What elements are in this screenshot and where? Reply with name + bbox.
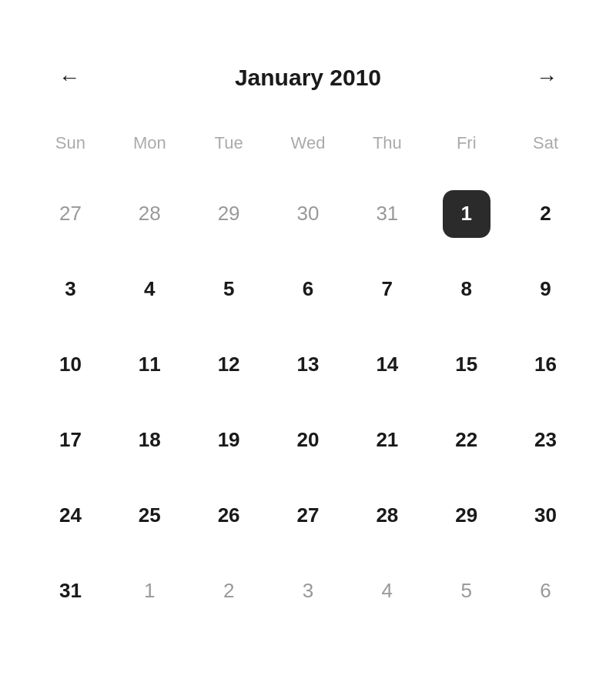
day-cell[interactable]: 12 bbox=[189, 327, 269, 403]
day-cell[interactable]: 17 bbox=[31, 403, 110, 478]
day-cell[interactable]: 27 bbox=[269, 478, 348, 554]
month-title: January 2010 bbox=[235, 65, 381, 91]
day-number: 9 bbox=[522, 266, 570, 313]
day-cell[interactable]: 13 bbox=[269, 327, 348, 403]
day-number: 10 bbox=[46, 341, 94, 389]
day-cell[interactable]: 31 bbox=[31, 554, 110, 629]
day-cell[interactable]: 3 bbox=[31, 252, 110, 327]
weekday-header: Thu bbox=[347, 125, 427, 176]
weekday-header: Fri bbox=[427, 125, 506, 176]
day-cell[interactable]: 31 bbox=[347, 176, 427, 252]
day-number: 12 bbox=[205, 341, 253, 389]
day-number: 31 bbox=[46, 567, 94, 615]
day-number: 4 bbox=[363, 567, 411, 615]
day-number: 15 bbox=[443, 341, 490, 389]
day-cell[interactable]: 24 bbox=[31, 478, 110, 554]
day-number: 11 bbox=[126, 341, 173, 389]
day-number: 28 bbox=[363, 492, 411, 540]
day-cell[interactable]: 9 bbox=[506, 252, 585, 327]
weekday-header: Mon bbox=[110, 125, 189, 176]
day-cell[interactable]: 6 bbox=[269, 252, 348, 327]
day-cell[interactable]: 7 bbox=[347, 252, 427, 327]
day-cell[interactable]: 21 bbox=[347, 403, 427, 478]
day-cell[interactable]: 22 bbox=[427, 403, 506, 478]
weekday-header: Sat bbox=[506, 125, 585, 176]
day-cell[interactable]: 26 bbox=[189, 478, 269, 554]
day-cell[interactable]: 30 bbox=[269, 176, 348, 252]
day-number: 6 bbox=[284, 266, 332, 313]
day-number: 3 bbox=[46, 266, 94, 313]
day-cell[interactable]: 27 bbox=[31, 176, 110, 252]
prev-month-button[interactable]: ← bbox=[46, 61, 92, 95]
day-number: 7 bbox=[363, 266, 411, 313]
day-cell[interactable]: 28 bbox=[110, 176, 189, 252]
day-number: 30 bbox=[522, 492, 570, 540]
day-number: 24 bbox=[46, 492, 94, 540]
day-number: 29 bbox=[443, 492, 490, 540]
day-cell[interactable]: 5 bbox=[427, 554, 506, 629]
day-cell[interactable]: 8 bbox=[427, 252, 506, 327]
day-cell[interactable]: 28 bbox=[347, 478, 427, 554]
day-number: 25 bbox=[126, 492, 173, 540]
day-number: 3 bbox=[284, 567, 332, 615]
day-number: 13 bbox=[284, 341, 332, 389]
day-number: 20 bbox=[284, 416, 332, 464]
calendar-grid: SunMonTueWedThuFriSat2728293031123456789… bbox=[31, 125, 585, 629]
day-number: 6 bbox=[522, 567, 570, 615]
day-number: 5 bbox=[205, 266, 253, 313]
day-cell[interactable]: 4 bbox=[347, 554, 427, 629]
day-cell[interactable]: 2 bbox=[189, 554, 269, 629]
day-number: 27 bbox=[284, 492, 332, 540]
day-cell[interactable]: 16 bbox=[506, 327, 585, 403]
day-number: 23 bbox=[522, 416, 570, 464]
calendar: ← January 2010 → SunMonTueWedThuFriSat27… bbox=[15, 38, 601, 652]
day-cell[interactable]: 30 bbox=[506, 478, 585, 554]
day-cell[interactable]: 10 bbox=[31, 327, 110, 403]
day-cell[interactable]: 15 bbox=[427, 327, 506, 403]
day-cell[interactable]: 23 bbox=[506, 403, 585, 478]
day-number: 28 bbox=[126, 190, 173, 238]
day-cell[interactable]: 5 bbox=[189, 252, 269, 327]
weekday-header: Sun bbox=[31, 125, 110, 176]
day-cell[interactable]: 25 bbox=[110, 478, 189, 554]
day-number: 31 bbox=[363, 190, 411, 238]
day-number: 29 bbox=[205, 190, 253, 238]
day-number: 2 bbox=[205, 567, 253, 615]
next-month-button[interactable]: → bbox=[524, 61, 570, 95]
day-cell[interactable]: 18 bbox=[110, 403, 189, 478]
day-cell[interactable]: 6 bbox=[506, 554, 585, 629]
day-number: 17 bbox=[46, 416, 94, 464]
calendar-header: ← January 2010 → bbox=[31, 61, 585, 95]
day-cell[interactable]: 14 bbox=[347, 327, 427, 403]
day-cell[interactable]: 1 bbox=[110, 554, 189, 629]
day-cell[interactable]: 3 bbox=[269, 554, 348, 629]
day-number: 21 bbox=[363, 416, 411, 464]
day-cell[interactable]: 1 bbox=[427, 176, 506, 252]
day-cell[interactable]: 2 bbox=[506, 176, 585, 252]
day-number: 5 bbox=[443, 567, 490, 615]
day-number: 18 bbox=[126, 416, 173, 464]
day-number: 30 bbox=[284, 190, 332, 238]
day-number: 26 bbox=[205, 492, 253, 540]
day-number: 19 bbox=[205, 416, 253, 464]
day-number: 2 bbox=[522, 190, 570, 238]
weekday-header: Tue bbox=[189, 125, 269, 176]
day-number: 4 bbox=[126, 266, 173, 313]
day-cell[interactable]: 29 bbox=[189, 176, 269, 252]
day-number: 1 bbox=[126, 567, 173, 615]
day-number: 27 bbox=[46, 190, 94, 238]
day-cell[interactable]: 20 bbox=[269, 403, 348, 478]
day-number: 22 bbox=[443, 416, 490, 464]
day-cell[interactable]: 19 bbox=[189, 403, 269, 478]
weekday-header: Wed bbox=[269, 125, 348, 176]
day-number: 8 bbox=[443, 266, 490, 313]
day-cell[interactable]: 11 bbox=[110, 327, 189, 403]
day-cell[interactable]: 29 bbox=[427, 478, 506, 554]
day-cell[interactable]: 4 bbox=[110, 252, 189, 327]
day-number: 14 bbox=[363, 341, 411, 389]
day-number: 1 bbox=[443, 190, 490, 238]
day-number: 16 bbox=[522, 341, 570, 389]
